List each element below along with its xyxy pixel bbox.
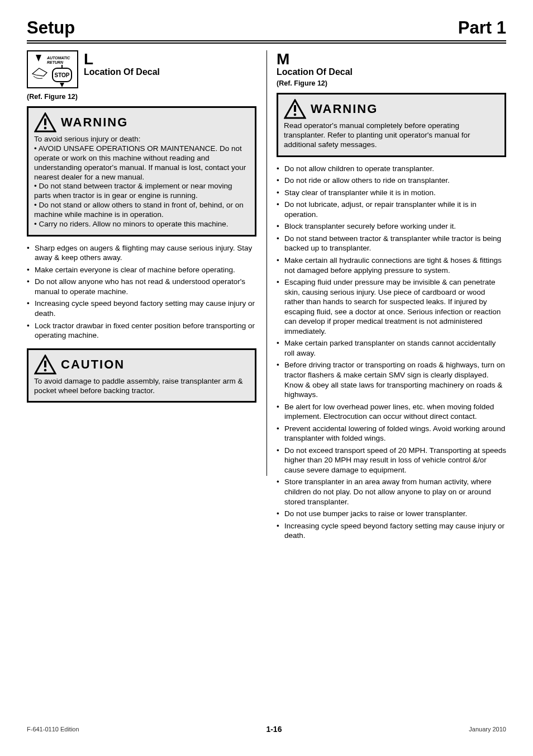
svg-marker-0	[36, 55, 41, 62]
bullet-item: Be alert for low overhead power lines, e…	[277, 402, 506, 422]
caution-title: CAUTION	[61, 357, 125, 372]
page-number: 1-16	[266, 725, 282, 734]
warning-icon	[34, 355, 56, 375]
svg-point-9	[44, 127, 47, 130]
section-letter-left: L	[84, 50, 160, 68]
right-column: M Location Of Decal (Ref. Figure 12) WAR…	[266, 50, 506, 549]
svg-text:STOP: STOP	[54, 72, 69, 78]
bullet-item: Make certain all hydraulic connections a…	[277, 256, 506, 275]
footer-date: January 2010	[469, 726, 506, 733]
header-rule-secondary	[27, 42, 506, 44]
warning-title-right: WARNING	[311, 102, 378, 116]
bullet-item: Increasing cycle speed beyond factory se…	[277, 521, 506, 541]
right-bullets: Do not allow children to operate transpl…	[277, 164, 506, 541]
left-bullets: Sharp edges on augers & flighting may ca…	[27, 243, 256, 341]
bullet-item: Sharp edges on augers & flighting may ca…	[27, 243, 256, 263]
svg-text:AUTOMATIC: AUTOMATIC	[46, 56, 70, 60]
bullet-item: Prevent accidental lowering of folded wi…	[277, 424, 506, 443]
svg-rect-11	[44, 361, 46, 367]
section-sub-right: Location Of Decal	[277, 67, 353, 77]
page-header: Setup Part 1	[27, 18, 506, 41]
bullet-item: Do not lubricate, adjust, or repair tran…	[277, 200, 506, 219]
bullet-item: Lock tractor drawbar in fixed center pos…	[27, 321, 256, 341]
bullet-item: Make certain parked transplanter on stan…	[277, 338, 506, 358]
header-right: Part 1	[458, 18, 506, 38]
bullet-item: Store transplanter in an area away from …	[277, 477, 506, 507]
bullet-item: Block transplanter securely before worki…	[277, 221, 506, 231]
bullet-item: Stay clear of transplanter while it is i…	[277, 188, 506, 198]
svg-rect-8	[44, 119, 46, 125]
bullet-item: Before driving tractor or transporting o…	[277, 360, 506, 399]
bullet-item: Increasing cycle speed beyond factory se…	[27, 299, 256, 318]
bullet-item: Do not ride or allow others to ride on t…	[277, 176, 506, 186]
caution-body: To avoid damage to paddle assembly, rais…	[34, 377, 249, 396]
footer-code: F-641-0110 Edition	[27, 726, 79, 733]
warning-box-left-1: WARNING To avoid serious injury or death…	[27, 106, 256, 237]
decal-illustration-left: AUTOMATIC RETURN STOP	[27, 50, 78, 88]
column-divider	[266, 50, 267, 476]
svg-marker-5	[60, 83, 64, 87]
warning-icon	[34, 112, 56, 133]
bullet-item: Do not stand between tractor & transplan…	[277, 234, 506, 253]
bullet-item: Do not use bumper jacks to raise or lowe…	[277, 509, 506, 519]
svg-text:RETURN: RETURN	[47, 60, 64, 64]
bullet-item: Do not exceed transport speed of 20 MPH.…	[277, 446, 506, 475]
warning-body-right: Read operator's manual completely before…	[284, 121, 499, 150]
warning-icon	[284, 99, 306, 119]
warning-box-right: WARNING Read operator's manual completel…	[277, 93, 506, 157]
page-footer: F-641-0110 Edition 1-16 January 2010	[27, 725, 506, 734]
figure-ref-right: (Ref. Figure 12)	[277, 79, 506, 87]
warning-body: To avoid serious injury or death: • AVOI…	[34, 135, 249, 229]
section-sub-left: Location Of Decal	[84, 67, 160, 77]
section-letter-right: M	[277, 50, 353, 68]
bullet-item: Escaping fluid under pressure may be inv…	[277, 277, 506, 336]
left-column: AUTOMATIC RETURN STOP L Location Of Deca…	[27, 50, 266, 549]
bullet-item: Do not allow anyone who has not read & u…	[27, 277, 256, 296]
bullet-item: Make certain everyone is clear of machin…	[27, 265, 256, 275]
caution-box-left: CAUTION To avoid damage to paddle assemb…	[27, 348, 256, 403]
figure-ref-left: (Ref. Figure 12)	[27, 93, 256, 101]
svg-point-12	[44, 368, 47, 371]
bullet-item: Do not allow children to operate transpl…	[277, 164, 506, 174]
warning-title: WARNING	[61, 115, 128, 130]
header-left: Setup	[27, 18, 75, 38]
svg-rect-14	[294, 105, 296, 112]
svg-point-15	[294, 114, 297, 116]
